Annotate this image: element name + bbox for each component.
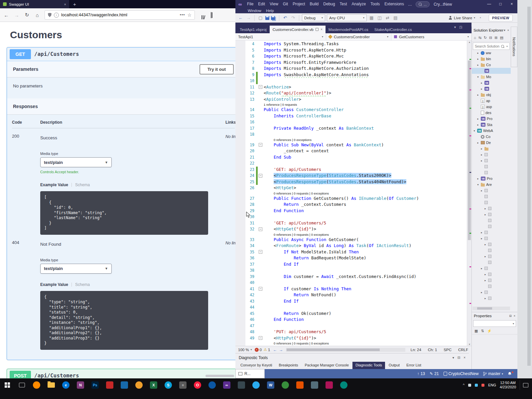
next-issue-icon[interactable]: → — [278, 347, 284, 352]
browser-tab[interactable]: Swagger UI × — [0, 0, 69, 8]
close-icon[interactable]: × — [321, 28, 323, 31]
debug-configuration-select[interactable]: Debug▾ — [302, 14, 325, 21]
try-it-out-button[interactable]: Try it out — [200, 64, 234, 74]
tree-item[interactable]: ▸ — [472, 289, 511, 295]
back-button[interactable]: ← — [2, 12, 11, 18]
code-line[interactable]: 49− <HttpPut("{id}")> — [235, 335, 465, 341]
expand-arrow[interactable]: ▸ — [476, 141, 479, 144]
chevron-down-icon[interactable]: ▾ — [454, 25, 456, 29]
code-line[interactable]: 45 Return Ok(customer) — [235, 311, 465, 317]
code-line[interactable]: 11−<Authorize> — [235, 84, 465, 90]
menu-item[interactable]: File — [245, 0, 256, 8]
tree-item[interactable] — [472, 259, 511, 265]
code-line[interactable]: 29 End Function — [235, 208, 465, 214]
tray-app-icon[interactable] — [481, 384, 484, 387]
tree-item[interactable] — [472, 217, 511, 223]
close-icon[interactable]: × — [506, 0, 517, 8]
window-layout-icon[interactable]: ◫ — [376, 15, 383, 20]
home-icon[interactable]: ⌂ — [474, 36, 476, 40]
reload-button[interactable]: ↻ — [23, 12, 31, 18]
close-icon[interactable]: × — [514, 314, 515, 318]
breadcrumb-segment[interactable]: GetCustomers▾ — [391, 33, 471, 40]
tray-app-icon[interactable] — [475, 384, 478, 387]
expand-arrow[interactable]: ▸ — [484, 273, 487, 276]
tree-item[interactable]: ▸ — [472, 265, 511, 271]
code-line[interactable]: 33 Public Async Function GetCustomer( — [235, 237, 465, 243]
platform-select[interactable]: Any CPU▾ — [327, 14, 367, 21]
tab-example-value[interactable]: Example Value — [40, 282, 68, 287]
tree-item[interactable]: ▸ — [472, 295, 511, 301]
code-line[interactable]: 26 <HttpGet> — [235, 185, 465, 191]
code-line[interactable]: 19− Public Sub New(ByVal context As Bank… — [235, 142, 465, 148]
expand-arrow[interactable]: ▸ — [480, 237, 483, 240]
solution-explorer-header[interactable]: Solution Explorer ▾ × — [472, 27, 511, 34]
tree-item[interactable]: ▸ — [472, 211, 511, 217]
expand-arrow[interactable]: ▸ — [480, 159, 483, 162]
undo-icon[interactable]: ↶ — [282, 15, 288, 20]
editor-scrollbar[interactable]: ▲ ▼ — [467, 41, 471, 346]
collapse-toggle[interactable]: − — [259, 227, 262, 231]
document-tab[interactable]: CustomersController.vb× — [270, 26, 326, 33]
tab-example-value[interactable]: Example Value — [40, 183, 68, 187]
tree-item[interactable]: ▸VBSta — [472, 122, 511, 128]
repository-button[interactable]: CryptoChestNew — [444, 371, 479, 376]
save-icon[interactable] — [265, 16, 269, 20]
tree-item[interactable]: ▸ — [472, 241, 511, 247]
expand-arrow[interactable]: ▸ — [476, 123, 479, 126]
menu-overflow-icon[interactable]: … — [406, 2, 414, 7]
tree-item[interactable] — [472, 223, 511, 229]
codelens-line[interactable]: 0 references | 0 requests | 0 exceptions — [235, 232, 465, 237]
panel-tab[interactable]: Package Manager Console — [302, 362, 352, 369]
menu-item[interactable]: Window — [245, 8, 264, 13]
minimize-icon[interactable]: — — [483, 0, 495, 8]
zoom-select[interactable]: 100 % ▾ — [235, 348, 255, 352]
start-button[interactable] — [0, 380, 15, 390]
expand-arrow[interactable]: ▸ — [484, 243, 487, 246]
tray-expand-icon[interactable]: ^ — [463, 383, 465, 387]
taskbar-app-icon[interactable] — [29, 380, 44, 390]
menu-item[interactable]: Debug — [321, 0, 337, 8]
codelens-line[interactable]: 0 references | 0 requests | 0 exceptions — [235, 341, 465, 345]
expand-arrow[interactable]: ▸ — [484, 255, 487, 258]
expand-arrow[interactable]: ▸ — [480, 189, 483, 192]
task-view-button[interactable] — [15, 380, 29, 390]
switch-views-icon[interactable]: ⇆ — [478, 36, 481, 40]
code-line[interactable]: 27 Public Function GetCustomers() As IEn… — [235, 196, 465, 202]
document-tab[interactable]: MasternodePoolAPI.cs — [326, 26, 371, 33]
post-endpoint-header[interactable]: POST /api/Customers — [7, 369, 235, 379]
pin-icon[interactable] — [316, 28, 319, 31]
code-line[interactable]: 47 — [235, 323, 465, 329]
taskbar-app-icon[interactable]: N — [73, 380, 88, 390]
codelens-line[interactable]: 0 references | 0 requests | 0 exceptions — [235, 191, 465, 196]
tree-item[interactable]: ▸ — [472, 253, 511, 259]
taskbar-app-icon[interactable] — [336, 380, 351, 390]
taskbar-clock[interactable]: 12:50 AM 4/23/2020 — [500, 381, 516, 389]
expand-arrow[interactable]: ▸ — [476, 177, 479, 180]
document-tab[interactable]: TestApi1.vbproj — [237, 26, 270, 33]
editor-hscrollbar[interactable] — [286, 348, 405, 352]
taskbar-app-icon[interactable] — [249, 380, 263, 390]
tree-item[interactable]: ▸VBPro — [472, 176, 511, 182]
tree-item[interactable]: ▸ — [472, 146, 511, 152]
live-share-button[interactable]: Live Share ▾ — [449, 16, 475, 20]
code-line[interactable]: 48 'PUT: api/Customers/5 — [235, 329, 465, 335]
tree-item[interactable]: Co — [472, 134, 511, 140]
tab-close-icon[interactable]: × — [64, 2, 66, 6]
tree-item[interactable]: ▸ — [472, 271, 511, 277]
save-all-icon[interactable] — [271, 16, 275, 20]
expand-arrow[interactable]: ▸ — [480, 231, 483, 234]
tree-item[interactable]: ▸ — [472, 152, 511, 158]
expand-arrow[interactable]: ▸ — [480, 291, 483, 294]
menu-item[interactable]: Edit — [256, 0, 267, 8]
forward-button[interactable]: → — [12, 12, 21, 18]
codelens-line[interactable]: 0 references | 0 exceptions — [235, 138, 465, 142]
code-line[interactable]: 9Imports Swashbuckle.AspNetCore.Annotati… — [235, 72, 465, 78]
tab-schema[interactable]: Schema — [75, 183, 90, 187]
pin-icon[interactable]: ⊟ — [458, 356, 460, 359]
new-tab-button[interactable]: + — [73, 1, 76, 7]
navigate-back-icon[interactable]: ← — [237, 15, 244, 20]
taskbar-app-icon[interactable]: X — [146, 380, 161, 390]
tree-item[interactable]: ▸ — [472, 205, 511, 211]
taskbar-app-icon[interactable] — [205, 380, 219, 390]
collapse-toggle[interactable]: − — [259, 85, 262, 89]
